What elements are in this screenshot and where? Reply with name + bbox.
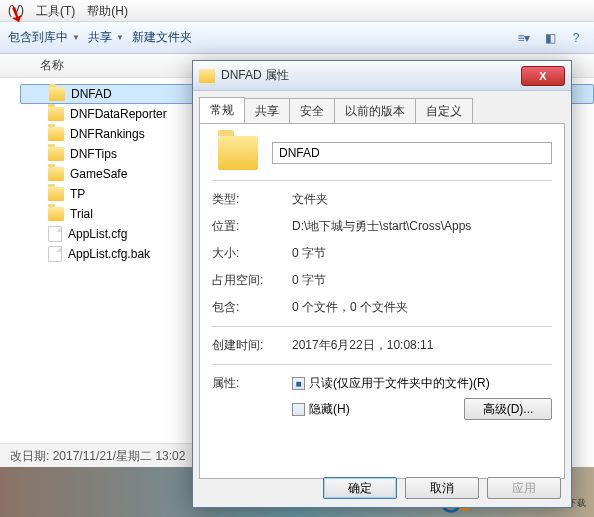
folder-icon <box>48 187 64 201</box>
label-size-on-disk: 占用空间: <box>212 272 292 289</box>
tab-panel-general: 类型:文件夹 位置:D:\地下城与勇士\start\Cross\Apps 大小:… <box>199 123 565 479</box>
toolbar-share[interactable]: 共享▼ <box>88 29 124 46</box>
menubar: (V) 工具(T) 帮助(H) <box>0 0 594 22</box>
label-created: 创建时间: <box>212 337 292 354</box>
folder-icon <box>48 107 64 121</box>
item-label: Trial <box>70 207 93 221</box>
value-contains: 0 个文件，0 个文件夹 <box>292 299 552 316</box>
advanced-button[interactable]: 高级(D)... <box>464 398 552 420</box>
file-icon <box>48 226 62 242</box>
label-contains: 包含: <box>212 299 292 316</box>
tab-0[interactable]: 常规 <box>199 97 245 123</box>
preview-pane-icon[interactable]: ◧ <box>540 28 560 48</box>
properties-dialog: DNFAD 属性 X 常规共享安全以前的版本自定义 类型:文件夹 位置:D:\地… <box>192 60 572 508</box>
item-label: AppList.cfg.bak <box>68 247 150 261</box>
ok-button[interactable]: 确定 <box>323 477 397 499</box>
label-location: 位置: <box>212 218 292 235</box>
value-size: 0 字节 <box>292 245 552 262</box>
view-options-icon[interactable]: ≡▾ <box>514 28 534 48</box>
value-type: 文件夹 <box>292 191 552 208</box>
tab-2[interactable]: 安全 <box>289 98 335 124</box>
file-icon <box>48 246 62 262</box>
folder-name-field[interactable] <box>272 142 552 164</box>
toolbar-new-folder[interactable]: 新建文件夹 <box>132 29 192 46</box>
label-type: 类型: <box>212 191 292 208</box>
toolbar: 包含到库中▼ 共享▼ 新建文件夹 ≡▾ ◧ ? <box>0 22 594 54</box>
tab-1[interactable]: 共享 <box>244 98 290 124</box>
menu-help[interactable]: 帮助(H) <box>87 3 128 18</box>
status-bar: 改日期: 2017/11/21/星期二 13:02 <box>0 443 200 467</box>
help-icon[interactable]: ? <box>566 28 586 48</box>
folder-icon <box>218 136 258 170</box>
close-button[interactable]: X <box>521 66 565 86</box>
toolbar-include-in-library[interactable]: 包含到库中▼ <box>8 29 80 46</box>
column-name[interactable]: 名称 <box>40 57 64 74</box>
folder-icon <box>48 147 64 161</box>
item-label: GameSafe <box>70 167 127 181</box>
item-label: DNFAD <box>71 87 112 101</box>
folder-icon <box>48 167 64 181</box>
titlebar[interactable]: DNFAD 属性 X <box>193 61 571 91</box>
label-size: 大小: <box>212 245 292 262</box>
label-attributes: 属性: <box>212 375 292 420</box>
folder-icon <box>49 87 65 101</box>
checkbox-icon: ■ <box>292 377 305 390</box>
checkbox-icon <box>292 403 305 416</box>
item-label: DNFRankings <box>70 127 145 141</box>
item-label: DNFDataReporter <box>70 107 167 121</box>
dialog-title: DNFAD 属性 <box>221 67 521 84</box>
item-label: AppList.cfg <box>68 227 127 241</box>
apply-button[interactable]: 应用 <box>487 477 561 499</box>
tab-4[interactable]: 自定义 <box>415 98 473 124</box>
tab-strip: 常规共享安全以前的版本自定义 <box>193 91 571 123</box>
checkbox-hidden[interactable]: 隐藏(H) <box>292 401 350 418</box>
folder-icon <box>199 69 215 83</box>
folder-icon <box>48 207 64 221</box>
value-size-on-disk: 0 字节 <box>292 272 552 289</box>
value-created: 2017年6月22日，10:08:11 <box>292 337 552 354</box>
tab-3[interactable]: 以前的版本 <box>334 98 416 124</box>
menu-tools[interactable]: 工具(T) <box>36 3 75 18</box>
folder-icon <box>48 127 64 141</box>
item-label: DNFTips <box>70 147 117 161</box>
item-label: TP <box>70 187 85 201</box>
cancel-button[interactable]: 取消 <box>405 477 479 499</box>
value-location: D:\地下城与勇士\start\Cross\Apps <box>292 218 552 235</box>
checkbox-readonly[interactable]: ■ 只读(仅应用于文件夹中的文件)(R) <box>292 375 552 392</box>
